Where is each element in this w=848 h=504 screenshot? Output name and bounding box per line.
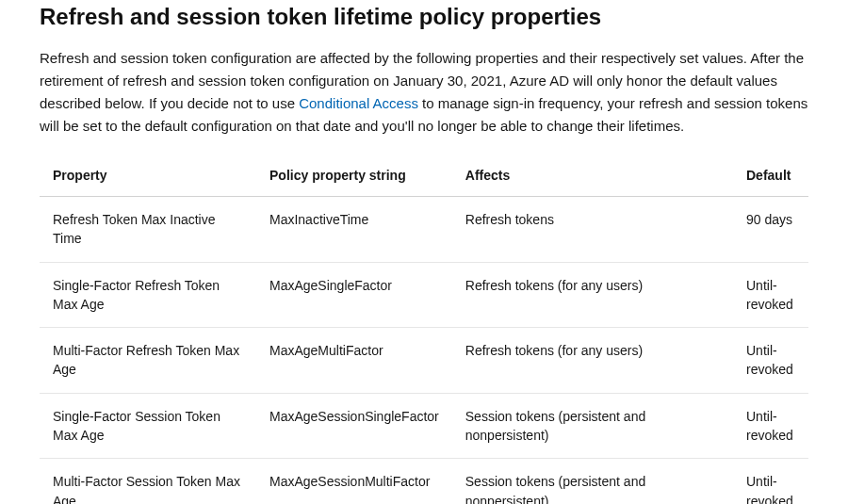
- table-row: Single-Factor Session Token Max Age MaxA…: [40, 393, 808, 459]
- table-row: Multi-Factor Refresh Token Max Age MaxAg…: [40, 328, 808, 394]
- table-row: Multi-Factor Session Token Max Age MaxAg…: [40, 459, 808, 504]
- cell-default: Until-revoked: [733, 328, 808, 394]
- col-header-property: Property: [40, 156, 256, 197]
- section-heading: Refresh and session token lifetime polic…: [40, 4, 808, 30]
- table-header-row: Property Policy property string Affects …: [40, 156, 808, 197]
- table-row: Single-Factor Refresh Token Max Age MaxA…: [40, 262, 808, 328]
- cell-affects: Refresh tokens (for any users): [452, 262, 733, 328]
- cell-policy: MaxInactiveTime: [256, 197, 452, 263]
- cell-policy: MaxAgeMultiFactor: [256, 328, 452, 394]
- cell-property: Multi-Factor Session Token Max Age: [40, 459, 256, 504]
- intro-paragraph: Refresh and session token configuration …: [40, 47, 808, 138]
- cell-affects: Refresh tokens (for any users): [452, 328, 733, 394]
- cell-affects: Refresh tokens: [452, 197, 733, 263]
- cell-default: 90 days: [733, 197, 808, 263]
- cell-policy: MaxAgeSessionMultiFactor: [256, 459, 452, 504]
- col-header-affects: Affects: [452, 156, 733, 197]
- cell-property: Single-Factor Refresh Token Max Age: [40, 262, 256, 328]
- col-header-policy: Policy property string: [256, 156, 452, 197]
- cell-property: Multi-Factor Refresh Token Max Age: [40, 328, 256, 394]
- col-header-default: Default: [733, 156, 808, 197]
- cell-affects: Session tokens (persistent and nonpersis…: [452, 459, 733, 504]
- cell-policy: MaxAgeSingleFactor: [256, 262, 452, 328]
- policy-properties-table: Property Policy property string Affects …: [40, 156, 808, 504]
- doc-body: Refresh and session token lifetime polic…: [0, 4, 848, 504]
- cell-policy: MaxAgeSessionSingleFactor: [256, 393, 452, 459]
- cell-default: Until-revoked: [733, 393, 808, 459]
- cell-affects: Session tokens (persistent and nonpersis…: [452, 393, 733, 459]
- cell-property: Single-Factor Session Token Max Age: [40, 393, 256, 459]
- cell-property: Refresh Token Max Inactive Time: [40, 197, 256, 263]
- conditional-access-link[interactable]: Conditional Access: [299, 95, 418, 111]
- cell-default: Until-revoked: [733, 459, 808, 504]
- cell-default: Until-revoked: [733, 262, 808, 328]
- table-row: Refresh Token Max Inactive Time MaxInact…: [40, 197, 808, 263]
